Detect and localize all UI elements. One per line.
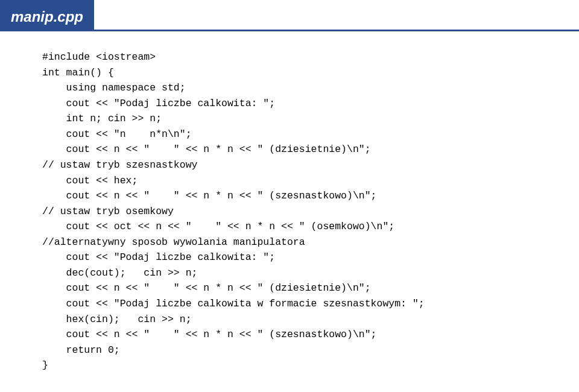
- code-line: cout << hex;: [42, 175, 138, 186]
- code-line: cout << "Podaj liczbe calkowita: ";: [42, 251, 275, 263]
- code-line: dec(cout); cin >> n;: [42, 267, 197, 279]
- code-line: // ustaw tryb szesnastkowy: [42, 159, 197, 171]
- code-line: cout << "Podaj liczbe calkowita w formac…: [42, 298, 425, 309]
- slide-header: manip.cpp: [0, 0, 94, 31]
- code-line: using namespace std;: [42, 82, 186, 93]
- slide-title: manip.cpp: [11, 8, 83, 25]
- code-listing: #include <iostream> int main() { using n…: [0, 31, 579, 373]
- code-line: cout << n << " " << n * n << " (szesnast…: [42, 329, 377, 340]
- code-line: hex(cin); cin >> n;: [42, 314, 192, 325]
- code-line: cout << oct << n << " " << n * n << " (o…: [42, 221, 394, 232]
- code-line: cout << n << " " << n * n << " (dziesiet…: [42, 282, 371, 294]
- code-line: int main() {: [42, 67, 114, 78]
- code-line: }: [42, 359, 48, 371]
- code-line: return 0;: [42, 344, 120, 356]
- code-line: cout << "n n*n\n";: [42, 128, 192, 140]
- code-line: cout << n << " " << n * n << " (szesnast…: [42, 190, 377, 201]
- code-line: cout << n << " " << n * n << " (dziesiet…: [42, 144, 371, 155]
- code-line: #include <iostream>: [42, 51, 156, 63]
- code-line: cout << "Podaj liczbe calkowita: ";: [42, 98, 275, 109]
- code-line: //alternatywny sposob wywolania manipula…: [42, 236, 305, 248]
- code-line: int n; cin >> n;: [42, 113, 162, 124]
- code-line: // ustaw tryb osemkowy: [42, 206, 174, 217]
